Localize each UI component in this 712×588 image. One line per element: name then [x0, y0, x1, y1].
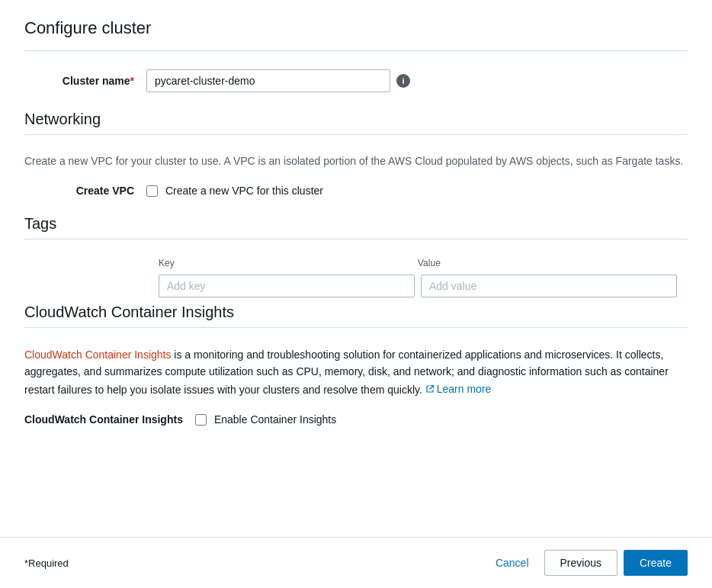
tags-divider — [24, 239, 688, 239]
create-vpc-row: Create VPC Create a new VPC for this clu… — [24, 185, 688, 197]
container-insights-row: CloudWatch Container Insights Enable Con… — [24, 413, 688, 426]
networking-title: Networking — [24, 111, 688, 128]
tags-grid — [159, 275, 677, 297]
cloudwatch-section: CloudWatch Container Insights CloudWatch… — [24, 304, 688, 426]
cancel-button[interactable]: Cancel — [486, 551, 538, 575]
container-insights-checkbox[interactable] — [195, 414, 207, 426]
cloudwatch-title: CloudWatch Container Insights — [24, 304, 688, 321]
tag-value-input[interactable] — [421, 275, 677, 297]
learn-more-link[interactable]: Learn more — [425, 381, 492, 397]
networking-divider — [24, 134, 688, 135]
previous-button[interactable]: Previous — [544, 550, 617, 576]
tags-key-header: Key — [159, 258, 418, 268]
page-title: Configure cluster — [24, 18, 688, 38]
create-vpc-checkbox[interactable] — [146, 185, 158, 197]
svg-line-0 — [429, 385, 433, 389]
container-insights-description: Enable Container Insights — [214, 413, 336, 426]
networking-description: Create a new VPC for your cluster to use… — [24, 153, 688, 169]
required-note: *Required — [24, 557, 69, 569]
cluster-name-label: Cluster name* — [24, 75, 146, 87]
title-divider — [24, 50, 688, 51]
tags-title: Tags — [24, 215, 688, 233]
create-button[interactable]: Create — [624, 550, 688, 576]
required-star: * — [130, 75, 134, 87]
cloudwatch-divider — [24, 327, 688, 328]
tag-key-input[interactable] — [159, 275, 415, 297]
cluster-name-input[interactable] — [146, 69, 390, 92]
learn-more-label: Learn more — [437, 381, 492, 397]
cloudwatch-description: CloudWatch Container Insights is a monit… — [24, 346, 688, 398]
cloudwatch-insights-label: CloudWatch Container Insights — [24, 413, 195, 426]
cloudwatch-link[interactable]: CloudWatch Container Insights — [24, 349, 171, 361]
create-vpc-label: Create VPC — [24, 185, 146, 197]
tags-section: Tags Key Value — [24, 215, 688, 297]
create-vpc-description: Create a new VPC for this cluster — [165, 185, 323, 197]
tags-headers: Key Value — [159, 258, 677, 272]
cluster-name-info-icon[interactable]: i — [396, 74, 410, 88]
footer-bar: *Required Cancel Previous Create — [0, 537, 712, 588]
tags-value-header: Value — [418, 258, 677, 268]
cluster-name-row: Cluster name* i — [24, 69, 688, 92]
external-link-icon — [425, 384, 435, 394]
footer-buttons: Cancel Previous Create — [486, 550, 688, 576]
networking-section: Networking Create a new VPC for your clu… — [24, 111, 688, 197]
